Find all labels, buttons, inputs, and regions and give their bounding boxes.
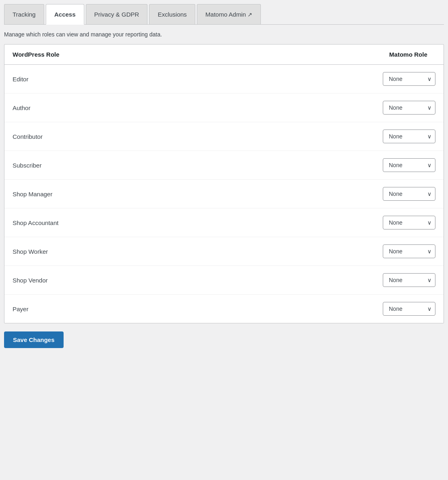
tab-matomo-admin[interactable]: Matomo Admin↗ xyxy=(197,4,261,24)
select-wrapper-payer: NoneViewAdminSuper User∨ xyxy=(383,302,435,316)
select-wrapper-shop-worker: NoneViewAdminSuper User∨ xyxy=(383,244,435,258)
wp-role-shop-vendor: Shop Vendor xyxy=(13,277,48,284)
matomo-role-select-contributor[interactable]: NoneViewAdminSuper User xyxy=(383,130,435,143)
table-row-editor: EditorNoneViewAdminSuper User∨ xyxy=(4,65,444,93)
table-row-author: AuthorNoneViewAdminSuper User∨ xyxy=(4,93,444,122)
wp-role-column-header: WordPress Role xyxy=(13,51,60,58)
wp-role-subscriber: Subscriber xyxy=(13,162,42,169)
matomo-role-select-payer[interactable]: NoneViewAdminSuper User xyxy=(383,302,435,316)
table-row-shop-accountant: Shop AccountantNoneViewAdminSuper User∨ xyxy=(4,208,444,237)
tabs-container: TrackingAccessPrivacy & GDPRExclusionsMa… xyxy=(4,4,444,25)
table-row-subscriber: SubscriberNoneViewAdminSuper User∨ xyxy=(4,151,444,180)
wp-role-shop-worker: Shop Worker xyxy=(13,248,48,255)
matomo-role-select-editor[interactable]: NoneViewAdminSuper User xyxy=(383,72,435,86)
tab-tracking[interactable]: Tracking xyxy=(4,4,44,24)
tab-privacy-gdpr[interactable]: Privacy & GDPR xyxy=(86,4,148,24)
wp-role-author: Author xyxy=(13,104,30,111)
table-row-shop-manager: Shop ManagerNoneViewAdminSuper User∨ xyxy=(4,180,444,208)
table-header: WordPress Role Matomo Role xyxy=(4,45,444,65)
matomo-role-select-shop-vendor[interactable]: NoneViewAdminSuper User xyxy=(383,273,435,287)
wp-role-editor: Editor xyxy=(13,76,28,83)
matomo-role-select-subscriber[interactable]: NoneViewAdminSuper User xyxy=(383,158,435,172)
save-changes-button[interactable]: Save Changes xyxy=(4,331,64,348)
table-row-payer: PayerNoneViewAdminSuper User∨ xyxy=(4,295,444,323)
tab-exclusions[interactable]: Exclusions xyxy=(149,4,195,24)
table-row-shop-vendor: Shop VendorNoneViewAdminSuper User∨ xyxy=(4,266,444,295)
matomo-role-select-shop-worker[interactable]: NoneViewAdminSuper User xyxy=(383,244,435,258)
external-link-icon: ↗ xyxy=(247,11,252,18)
select-wrapper-subscriber: NoneViewAdminSuper User∨ xyxy=(383,158,435,172)
description: Manage which roles can view and manage y… xyxy=(4,31,444,38)
wp-role-shop-manager: Shop Manager xyxy=(13,191,52,198)
select-wrapper-author: NoneViewAdminSuper User∨ xyxy=(383,101,435,115)
roles-table: WordPress Role Matomo Role EditorNoneVie… xyxy=(4,44,444,323)
matomo-role-select-shop-accountant[interactable]: NoneViewAdminSuper User xyxy=(383,216,435,229)
select-wrapper-shop-vendor: NoneViewAdminSuper User∨ xyxy=(383,273,435,287)
select-wrapper-shop-accountant: NoneViewAdminSuper User∨ xyxy=(383,216,435,229)
matomo-role-select-shop-manager[interactable]: NoneViewAdminSuper User xyxy=(383,187,435,201)
select-wrapper-shop-manager: NoneViewAdminSuper User∨ xyxy=(383,187,435,201)
matomo-role-column-header: Matomo Role xyxy=(389,51,427,58)
matomo-role-select-author[interactable]: NoneViewAdminSuper User xyxy=(383,101,435,115)
table-row-shop-worker: Shop WorkerNoneViewAdminSuper User∨ xyxy=(4,237,444,266)
table-rows-container: EditorNoneViewAdminSuper User∨AuthorNone… xyxy=(4,65,444,323)
wp-role-shop-accountant: Shop Accountant xyxy=(13,219,58,226)
tab-access[interactable]: Access xyxy=(46,4,84,25)
table-row-contributor: ContributorNoneViewAdminSuper User∨ xyxy=(4,122,444,151)
select-wrapper-contributor: NoneViewAdminSuper User∨ xyxy=(383,130,435,143)
wp-role-payer: Payer xyxy=(13,306,28,312)
content-area: Manage which roles can view and manage y… xyxy=(4,25,444,355)
select-wrapper-editor: NoneViewAdminSuper User∨ xyxy=(383,72,435,86)
wp-role-contributor: Contributor xyxy=(13,133,43,140)
